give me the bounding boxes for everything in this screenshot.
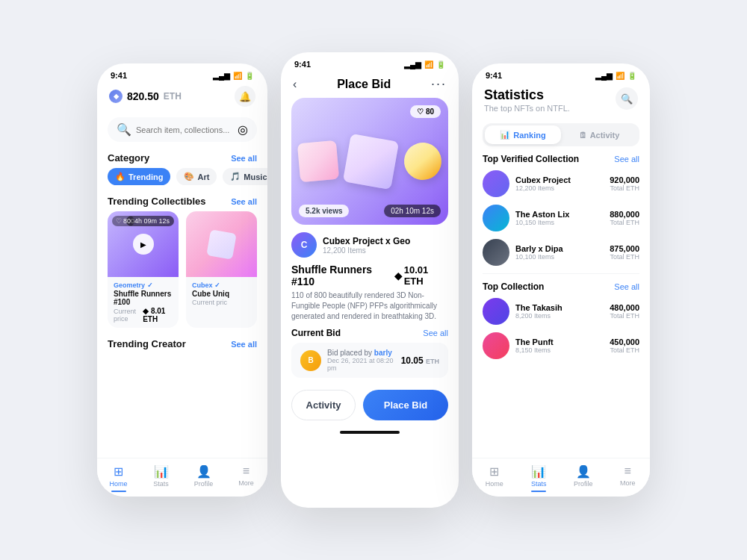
collectibles-grid: 04h 09m 12s ▶ ♡ 80 Geometry ✓ Shuffle Ru… [97, 211, 267, 335]
nav-more-3[interactable]: ≡ More [606, 464, 651, 492]
coll-value-5: 450,000 [610, 337, 639, 346]
bid-label: Current Bid [291, 328, 341, 338]
collectible-card-1[interactable]: 04h 09m 12s ▶ ♡ 80 Geometry ✓ Shuffle Ru… [108, 211, 179, 328]
creator-title: Trending Creator [108, 338, 186, 349]
coll-label-5: Total ETH [610, 346, 639, 354]
nav-stats-label-1: Stats [153, 480, 169, 488]
nav-more-1[interactable]: ≡ More [225, 464, 267, 492]
coll-name-1: Cubex Project [515, 175, 604, 184]
back-button[interactable]: ‹ [293, 78, 297, 91]
coll-items-2: 10,150 Items [515, 219, 604, 226]
eth-icon: ◆ [109, 90, 123, 103]
nav-stats-label-3: Stats [531, 480, 547, 488]
wifi-icon-3: 📶 [616, 72, 624, 80]
bid-see-all[interactable]: See all [423, 329, 448, 337]
bell-icon[interactable]: 🔔 [235, 86, 255, 107]
cat-art[interactable]: 🎨 Art [176, 168, 217, 185]
coll-amount-1: 920,000 Total ETH [610, 175, 639, 192]
phone-1: 9:41 ▂▄▆ 📶 🔋 ◆ 820.50 ETH 🔔 🔍 ◎ Category [97, 63, 267, 497]
nav-stats-1[interactable]: 📊 Stats [140, 464, 182, 492]
home-icon-1: ⊞ [114, 464, 123, 479]
profile-icon-3: 👤 [576, 464, 591, 479]
top-collection-see-all[interactable]: See all [614, 282, 639, 291]
nav-profile-3[interactable]: 👤 Profile [561, 464, 606, 492]
home-indicator-2 [340, 431, 400, 434]
cat-music[interactable]: 🎵 Music [223, 168, 267, 185]
bidder-avatar: B [300, 350, 321, 371]
coll-value-4: 480,000 [610, 303, 639, 312]
card-info-1: Geometry ✓ Shuffle Runners #100 Current … [108, 277, 179, 328]
coll-item-1[interactable]: Cubex Project 12,200 Items 920,000 Total… [483, 170, 639, 197]
profile-icon-1: 👤 [196, 464, 211, 479]
trending-title: Trending Collectibles [108, 196, 205, 207]
creator-info: Cubex Project x Geo 12,200 Items [323, 236, 410, 255]
p3-title-block: Statistics The top NFTs on NTFL. [484, 87, 570, 113]
nav-home-3[interactable]: ⊞ Home [472, 464, 517, 492]
card-creator-2: Cubex ✓ [192, 281, 251, 289]
trending-see-all[interactable]: See all [231, 197, 257, 206]
place-bid-button[interactable]: Place Bid [363, 390, 448, 420]
price-label-1: Current price [114, 308, 143, 323]
phone-2: 9:41 ▂▄▆ 📶 🔋 ‹ Place Bid ··· ♡ 80 [281, 52, 459, 508]
battery-icon-3: 🔋 [627, 72, 636, 80]
activity-button[interactable]: Activity [291, 390, 356, 420]
trending-icon: 🔥 [115, 172, 125, 181]
creator-see-all[interactable]: See all [231, 340, 257, 349]
nav-profile-label-3: Profile [574, 480, 593, 488]
category-see-all[interactable]: See all [231, 154, 257, 163]
bottom-nav-1: ⊞ Home 📊 Stats 👤 Profile ≡ More [97, 458, 267, 497]
bid-text: Bid placed by barly [327, 349, 395, 357]
collectible-card-2[interactable]: Cubex ✓ Cube Uniq Current pric [186, 211, 257, 328]
page-title-2: Place Bid [337, 78, 391, 91]
nav-stats-3[interactable]: 📊 Stats [517, 464, 562, 492]
status-bar-2: 9:41 ▂▄▆ 📶 🔋 [281, 52, 459, 72]
top-verified-see-all[interactable]: See all [614, 155, 639, 164]
nav-profile-1[interactable]: 👤 Profile [182, 464, 225, 492]
coll-item-4[interactable]: The Takasih 8,200 Items 480,000 Total ET… [483, 298, 639, 325]
home-bar-2 [281, 426, 459, 440]
music-icon: 🎵 [230, 172, 241, 181]
signal-icon: ▂▄▆ [213, 72, 230, 80]
nav-home-1[interactable]: ⊞ Home [97, 464, 140, 492]
trending-header: Trending Collectibles See all [97, 193, 267, 211]
coll-avatar-5 [483, 332, 509, 359]
coll-amount-3: 875,000 Total ETH [610, 244, 639, 261]
ranking-tab-label: Ranking [513, 131, 545, 140]
coll-items-4: 8,200 Items [515, 312, 604, 320]
art-icon: 🎨 [184, 172, 194, 181]
wifi-icon-2: 📶 [424, 60, 433, 69]
coll-item-2[interactable]: The Aston Lix 10,150 Items 880,000 Total… [483, 205, 639, 231]
card-price-row-1: Current price ◆ 8.01 ETH [114, 307, 173, 323]
bottom-nav-3: ⊞ Home 📊 Stats 👤 Profile ≡ More [472, 458, 650, 497]
more-button[interactable]: ··· [431, 76, 447, 92]
tab-activity[interactable]: 🗓 Activity [561, 125, 637, 144]
coll-item-5[interactable]: The Punft 8,150 Items 450,000 Total ETH [483, 332, 639, 359]
eth-icon-price: ◆ [394, 270, 402, 281]
more-icon-3: ≡ [624, 464, 631, 478]
likes-1: ♡ 80 [112, 216, 134, 226]
p3-title-row: Statistics The top NFTs on NTFL. 🔍 [484, 87, 638, 113]
time-badge: 02h 10m 12s [384, 205, 441, 217]
coll-avatar-3 [483, 239, 509, 266]
p3-title: Statistics [484, 87, 570, 103]
filter-icon[interactable]: ◎ [238, 122, 248, 137]
search-bar-1[interactable]: 🔍 ◎ [108, 117, 257, 142]
creator-header: Trending Creator See all [97, 335, 267, 354]
cat-trending-label: Trending [128, 172, 163, 181]
bid-amount-value: 10.05 ETH [401, 355, 439, 366]
play-btn-1[interactable]: ▶ [133, 234, 154, 255]
search-btn-3[interactable]: 🔍 [616, 87, 638, 110]
top-verified-title: Top Verified Collection [483, 154, 579, 164]
search-input-1[interactable] [136, 125, 233, 134]
creator-avatar: C [291, 232, 317, 258]
coll-item-3[interactable]: Barly x Dipa 10,100 Items 875,000 Total … [483, 239, 639, 266]
cat-trending[interactable]: 🔥 Trending [108, 168, 170, 185]
nft-price-value: 10.01 ETH [404, 264, 448, 287]
phones-container: 9:41 ▂▄▆ 📶 🔋 ◆ 820.50 ETH 🔔 🔍 ◎ Category [0, 30, 747, 530]
card-info-2: Cubex ✓ Cube Uniq Current pric [186, 277, 257, 311]
status-icons-2: ▂▄▆ 📶 🔋 [404, 60, 445, 69]
tab-ranking[interactable]: 📊 Ranking [485, 125, 561, 144]
signal-icon-3: ▂▄▆ [595, 72, 613, 80]
coll-label-3: Total ETH [610, 253, 639, 261]
nft-price: ◆ 10.01 ETH [394, 264, 448, 287]
